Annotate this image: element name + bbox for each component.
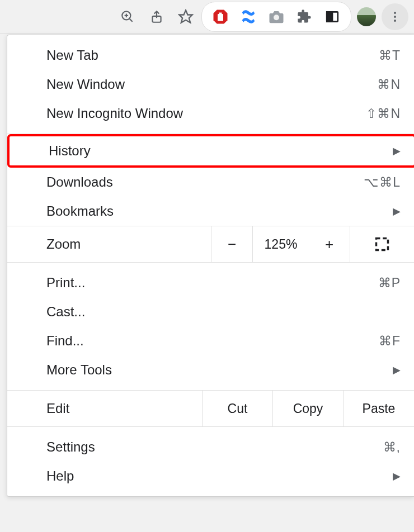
edit-paste-button[interactable]: Paste	[344, 391, 414, 426]
extensions-puzzle-icon[interactable]	[291, 3, 317, 30]
confluence-extension-icon[interactable]	[236, 3, 261, 30]
submenu-arrow-icon: ▶	[393, 205, 401, 217]
menu-item-label: New Incognito Window	[46, 106, 183, 121]
chrome-main-menu: New Tab ⌘T New Window ⌘N New Incognito W…	[7, 35, 414, 497]
menu-settings[interactable]: Settings ⌘,	[7, 433, 414, 462]
svg-line-1	[129, 18, 132, 21]
menu-item-label: Find...	[46, 333, 84, 349]
menu-cast[interactable]: Cast...	[7, 297, 414, 326]
menu-new-window[interactable]: New Window ⌘N	[7, 70, 414, 99]
menu-shortcut: ⇧⌘N	[366, 106, 401, 121]
browser-toolbar	[0, 0, 414, 34]
menu-item-label: Cast...	[46, 304, 85, 320]
svg-rect-8	[219, 12, 222, 15]
menu-print[interactable]: Print... ⌘P	[7, 268, 414, 297]
camera-extension-icon[interactable]	[264, 3, 289, 30]
side-panel-icon[interactable]	[319, 3, 345, 30]
extensions-bar	[201, 2, 351, 32]
menu-find[interactable]: Find... ⌘F	[7, 326, 414, 355]
svg-point-13	[394, 16, 396, 18]
submenu-arrow-icon: ▶	[393, 470, 401, 482]
menu-shortcut: ⌘F	[379, 334, 401, 349]
svg-rect-15	[377, 239, 388, 250]
menu-item-label: New Window	[46, 77, 125, 92]
menu-downloads[interactable]: Downloads ⌥⌘L	[7, 168, 414, 197]
menu-zoom-row: Zoom − 125% +	[7, 226, 414, 262]
edit-label: Edit	[7, 391, 203, 426]
svg-marker-5	[179, 10, 192, 22]
menu-item-label: New Tab	[46, 48, 98, 63]
menu-help[interactable]: Help ▶	[7, 462, 414, 491]
zoom-in-button[interactable]: +	[309, 226, 350, 262]
menu-item-label: Settings	[46, 439, 95, 455]
zoom-label: Zoom	[7, 226, 211, 262]
menu-bookmarks[interactable]: Bookmarks ▶	[7, 197, 414, 226]
edit-cut-button[interactable]: Cut	[203, 391, 273, 426]
share-icon[interactable]	[143, 3, 170, 30]
bookmark-star-icon[interactable]	[172, 3, 199, 30]
menu-more-tools[interactable]: More Tools ▶	[7, 355, 414, 384]
svg-point-9	[274, 15, 279, 20]
fullscreen-button[interactable]	[350, 226, 414, 262]
menu-shortcut: ⌘T	[379, 48, 401, 63]
svg-point-14	[394, 20, 396, 22]
menu-item-label: More Tools	[46, 362, 112, 378]
zoom-page-icon[interactable]	[114, 3, 141, 30]
menu-edit-row: Edit Cut Copy Paste	[7, 391, 414, 426]
menu-item-label: Downloads	[46, 174, 113, 190]
more-menu-button[interactable]	[382, 3, 408, 30]
menu-item-label: History	[49, 143, 91, 159]
menu-new-tab[interactable]: New Tab ⌘T	[7, 41, 414, 70]
menu-shortcut: ⌘P	[378, 276, 401, 291]
menu-new-incognito[interactable]: New Incognito Window ⇧⌘N	[7, 99, 414, 128]
zoom-value: 125%	[253, 226, 309, 262]
edit-copy-button[interactable]: Copy	[273, 391, 344, 426]
menu-item-label: Print...	[46, 275, 85, 291]
submenu-arrow-icon: ▶	[393, 145, 401, 157]
ublock-extension-icon[interactable]	[208, 3, 233, 30]
svg-rect-11	[327, 12, 332, 21]
profile-avatar[interactable]	[357, 7, 376, 26]
menu-item-label: Bookmarks	[46, 203, 114, 219]
menu-item-label: Help	[46, 468, 74, 484]
svg-point-12	[394, 12, 396, 14]
menu-shortcut: ⌘,	[383, 440, 401, 455]
zoom-out-button[interactable]: −	[211, 226, 253, 262]
menu-history[interactable]: History ▶	[10, 136, 414, 165]
menu-shortcut: ⌘N	[377, 77, 401, 92]
submenu-arrow-icon: ▶	[393, 364, 401, 376]
menu-shortcut: ⌥⌘L	[364, 175, 401, 190]
